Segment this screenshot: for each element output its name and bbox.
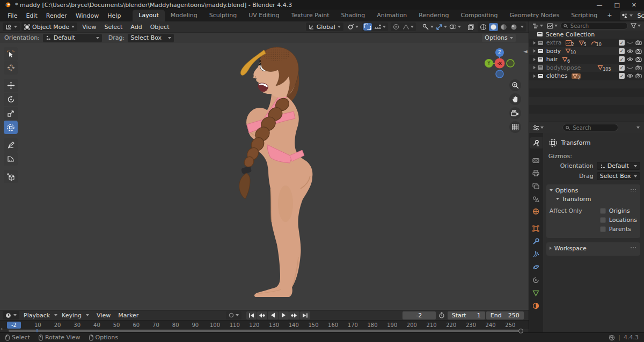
outliner-search-input[interactable] — [569, 23, 625, 29]
tab-sculpting[interactable]: Sculpting — [203, 10, 243, 21]
camera-render-icon[interactable] — [635, 65, 642, 70]
timeline-scrollbar[interactable]: › — [0, 329, 529, 332]
proportional-edit-toggle[interactable] — [392, 23, 400, 31]
prop-drag-dropdown[interactable]: Select Box — [597, 172, 640, 180]
scale-tool[interactable] — [4, 107, 18, 120]
jump-to-end-button[interactable] — [300, 311, 310, 319]
transform-subpanel-header[interactable]: Transform — [556, 195, 637, 203]
timeline-menu-view[interactable]: View — [93, 312, 114, 319]
tab-scene[interactable] — [530, 193, 543, 204]
menu-file[interactable]: File — [3, 12, 21, 19]
viewport-options-dropdown[interactable]: Options — [482, 34, 515, 42]
snapping-toggle[interactable] — [363, 23, 372, 31]
tab-world[interactable] — [530, 206, 543, 217]
start-frame-field[interactable]: Start1 — [448, 311, 485, 319]
measure-tool[interactable] — [4, 152, 18, 166]
play-button[interactable] — [279, 311, 289, 319]
tab-uv-editing[interactable]: UV Editing — [243, 10, 285, 21]
tab-geometry-nodes[interactable]: Geometry Nodes — [503, 10, 565, 21]
expand-arrow-icon[interactable] — [533, 58, 536, 61]
outliner-row-hair[interactable]: hair 6 ✓ — [529, 55, 644, 64]
exclude-checkbox[interactable]: ✓ — [619, 48, 625, 54]
panel-drag-handle[interactable] — [630, 247, 637, 250]
expand-arrow-icon[interactable] — [533, 49, 536, 53]
camera-view-button[interactable] — [509, 107, 521, 119]
current-frame-badge[interactable]: -2 — [7, 322, 21, 329]
visibility-dropdown[interactable] — [421, 23, 435, 31]
xray-toggle[interactable] — [466, 23, 475, 31]
timeline-editor-type-button[interactable] — [3, 311, 19, 319]
proportional-falloff-dropdown[interactable] — [401, 24, 415, 31]
gizmos-dropdown[interactable] — [435, 23, 448, 31]
exclude-checkbox[interactable]: ✓ — [619, 73, 625, 79]
tab-modeling[interactable]: Modeling — [165, 10, 203, 21]
add-workspace-button[interactable]: + — [603, 10, 616, 21]
tab-rendering[interactable]: Rendering — [413, 10, 455, 21]
add-cube-tool[interactable] — [4, 170, 18, 183]
properties-options-caret[interactable] — [636, 127, 640, 129]
viewport-menu-object[interactable]: Object — [147, 24, 173, 31]
current-frame-field[interactable]: -2 — [402, 311, 436, 319]
menu-help[interactable]: Help — [103, 12, 125, 19]
sidebar-collapse-arrow[interactable]: ◄ — [523, 48, 528, 54]
timeline-menu-marker[interactable]: Marker — [115, 312, 142, 319]
orientation-dropdown[interactable]: Default — [43, 34, 102, 42]
menu-render[interactable]: Render — [42, 12, 71, 19]
exclude-checkbox[interactable]: ✓ — [619, 56, 625, 62]
tab-particles[interactable] — [530, 249, 543, 260]
eye-open-icon[interactable] — [627, 49, 633, 54]
outliner-row-scene-collection[interactable]: Scene Collection — [529, 31, 644, 39]
expand-arrow-icon[interactable] — [533, 75, 536, 78]
shading-rendered-button[interactable] — [509, 23, 518, 31]
navigation-gizmo[interactable]: Z Y -X — [482, 46, 517, 80]
viewport-menu-select[interactable]: Select — [101, 24, 126, 31]
transform-tool[interactable] — [4, 121, 18, 134]
character-model[interactable] — [215, 43, 327, 310]
parents-checkbox[interactable] — [600, 226, 606, 232]
camera-render-icon[interactable] — [635, 57, 642, 62]
outliner-search[interactable] — [560, 22, 628, 29]
outliner-row-bodytopose[interactable]: bodytopose 105 ✓ — [529, 64, 644, 72]
tab-material[interactable] — [530, 300, 543, 311]
zoom-button[interactable] — [509, 79, 521, 91]
panel-drag-handle[interactable] — [630, 189, 637, 192]
properties-search[interactable] — [562, 124, 618, 131]
camera-render-icon[interactable] — [635, 49, 642, 54]
eye-closed-icon[interactable] — [627, 65, 633, 70]
timeline-expand-arrow[interactable]: › — [1, 325, 3, 332]
annotate-tool[interactable] — [4, 138, 18, 152]
transform-orientation-dropdown[interactable]: Global — [306, 23, 343, 31]
snap-target-dropdown[interactable] — [346, 23, 360, 31]
editor-type-button[interactable] — [3, 23, 20, 31]
tab-physics[interactable] — [530, 262, 543, 273]
overlays-dropdown[interactable] — [448, 23, 462, 31]
tab-texture-paint[interactable]: Texture Paint — [286, 10, 335, 21]
camera-render-icon[interactable] — [635, 40, 642, 45]
scene-selector[interactable]: Scene ✕ — [620, 11, 644, 20]
tab-render[interactable] — [530, 154, 543, 166]
use-preview-range-icon[interactable] — [438, 312, 445, 318]
orthographic-toggle-button[interactable] — [509, 121, 521, 133]
outliner-filter-button[interactable] — [630, 23, 642, 29]
tab-tool[interactable] — [530, 137, 543, 148]
outliner-row-clothes[interactable]: clothes 2 ✓ — [529, 72, 644, 80]
viewport-menu-view[interactable]: View — [79, 24, 99, 31]
shading-solid-button[interactable] — [489, 23, 498, 31]
timeline-scroll-thumb[interactable] — [9, 330, 522, 332]
eye-open-icon[interactable] — [627, 57, 633, 62]
shading-material-button[interactable] — [499, 23, 508, 31]
next-keyframe-button[interactable] — [289, 311, 299, 319]
expand-arrow-icon[interactable] — [533, 66, 536, 69]
properties-search-input[interactable] — [572, 124, 615, 131]
minimize-button[interactable]: — — [596, 2, 602, 9]
drag-dropdown[interactable]: Select Box — [128, 34, 174, 42]
cursor-tool[interactable] — [4, 61, 18, 75]
outliner-editor-type-button[interactable] — [531, 23, 544, 29]
tab-shading[interactable]: Shading — [335, 10, 371, 21]
select-box-tool[interactable] — [4, 47, 18, 61]
exclude-checkbox[interactable]: ✓ — [619, 40, 625, 46]
shading-wireframe-button[interactable] — [479, 23, 488, 31]
expand-arrow-icon[interactable] — [533, 41, 536, 44]
outliner-row-body[interactable]: body 10 ✓ — [529, 47, 644, 56]
outliner-display-mode-button[interactable] — [546, 23, 559, 29]
